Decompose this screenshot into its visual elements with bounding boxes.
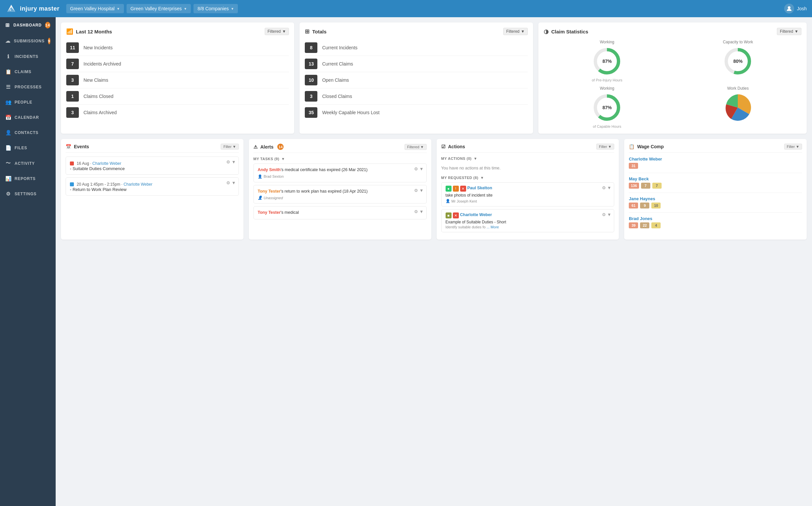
wage-bar-3-2: 4 [651, 223, 661, 228]
events-filter-button[interactable]: Filter ▼ [221, 144, 239, 150]
event-title-1: - Return to Work Plan Review [70, 187, 234, 192]
wage-name-3[interactable]: Brad Jones [629, 216, 802, 221]
stat-label-new-incidents: New Incidents [83, 45, 113, 50]
sidebar-item-claims[interactable]: 📋 CLAIMS [0, 64, 56, 79]
wage-divider-1 [629, 193, 802, 193]
logo-icon: + [5, 3, 17, 15]
alert-person-0[interactable]: Andy Smith [258, 167, 281, 172]
sidebar-item-contacts[interactable]: 👤 CONTACTS [0, 125, 56, 140]
alerts-filter-button[interactable]: Filtered ▼ [405, 144, 427, 150]
action-item-1: ■ ✕ Charlotte Weber Example of Suitable … [441, 209, 615, 232]
wage-bar-1-1: 7 [641, 183, 650, 189]
sidebar-label-submissions: SUBMISSIONS [14, 39, 45, 44]
settings-icon: ⚙ [5, 191, 11, 197]
company1-label: Green Valley Hospital [70, 6, 115, 11]
alert-gear-0[interactable]: ⚙ ▼ [414, 166, 423, 171]
bottom-panels: 📅 Events Filter ▼ 16 Aug · Charlotte Web… [61, 139, 807, 240]
company1-dropdown[interactable]: Green Valley Hospital ▼ [66, 4, 124, 13]
actions-title-text: Actions [448, 144, 465, 149]
totals-filter-button[interactable]: Filtered ▼ [503, 28, 528, 35]
companies-label: 8/8 Companies [197, 6, 228, 11]
action-person-link-0[interactable]: Paul Skelton [467, 186, 492, 192]
companies-dropdown[interactable]: 8/8 Companies ▼ [194, 4, 238, 13]
stat-label-weekly-hours: Weekly Capable Hours Lost [322, 110, 379, 115]
action-icon-orange-0: ! [453, 186, 459, 192]
action-icon-red-0: ✕ [460, 186, 466, 192]
alert-gear-1[interactable]: ⚙ ▼ [414, 188, 423, 193]
sidebar-item-reports[interactable]: 📊 REPORTS [0, 171, 56, 186]
event-person-link-0[interactable]: Charlotte Weber [92, 161, 121, 166]
action-gear-0[interactable]: ⚙ ▼ [602, 185, 611, 190]
alert-person-2[interactable]: Tony Tester [258, 210, 281, 215]
sidebar-label-activity: ACTIVITY [15, 161, 35, 166]
sidebar-item-people[interactable]: 👥 PEOPLE [0, 95, 56, 110]
claim-stats-grid: Working 87% of Pre-Injury Hours Capacit [544, 40, 801, 129]
actions-filter-button[interactable]: Filter ▼ [596, 144, 614, 150]
sidebar-item-calendar[interactable]: 📅 CALENDAR [0, 110, 56, 125]
main-content: 📶 Last 12 Months Filtered ▼ 11 New Incid… [56, 17, 812, 506]
alerts-title-text: Alerts [260, 144, 274, 150]
action-gear-1[interactable]: ⚙ ▼ [602, 212, 611, 217]
action-more-1[interactable]: ... More [487, 225, 499, 229]
my-tasks-label[interactable]: MY TASKS (9) ▼ [254, 157, 427, 161]
sidebar-label-settings: SETTINGS [15, 192, 37, 196]
user-menu[interactable]: Josh [784, 4, 807, 14]
stat-row-claims-closed: 1 Claims Closed [66, 88, 289, 104]
events-header: 📅 Events Filter ▼ [66, 144, 239, 153]
sidebar-item-submissions[interactable]: ☁ SUBMISSIONS 9 [0, 33, 56, 49]
events-title: 📅 Events [66, 144, 89, 149]
claim-stats-filter-label: Filtered [780, 29, 793, 34]
my-actions-label[interactable]: MY ACTIONS (0) ▼ [441, 157, 615, 161]
stat-label-current-incidents: Current Incidents [322, 45, 357, 50]
wage-comp-filter-button[interactable]: Filter ▼ [784, 144, 802, 150]
top-navigation: + injury master Green Valley Hospital ▼ … [0, 0, 812, 17]
stat-label-open-claims: Open Claims [322, 77, 349, 83]
action-desc-1: Example of Suitable Duties - Short [446, 220, 610, 224]
logo[interactable]: + injury master [5, 3, 60, 15]
my-requested-label[interactable]: MY REQUESTED (8) ▼ [441, 176, 615, 180]
wage-name-0[interactable]: Charlotte Weber [629, 157, 802, 162]
wage-name-2[interactable]: Jane Haynes [629, 196, 802, 201]
claim-statistics-panel: ◑ Claim Statistics Filtered ▼ Working [538, 22, 807, 134]
company1-chevron: ▼ [117, 7, 120, 11]
alert-gear-2[interactable]: ⚙ ▼ [414, 209, 423, 214]
donut-working-capable: Working 87% of Capable Hours [544, 86, 671, 129]
stat-label-current-claims: Current Claims [322, 61, 353, 67]
events-filter-label: Filter [223, 145, 231, 149]
event-gear-0[interactable]: ⚙ ▼ [226, 160, 235, 164]
alert-desc-1: 's return to work plan has expired (18 A… [281, 189, 368, 193]
alert-text-2: Tony Tester's medical [258, 210, 422, 216]
sidebar-item-settings[interactable]: ⚙ SETTINGS [0, 186, 56, 201]
last12-filter-button[interactable]: Filtered ▼ [265, 28, 289, 35]
action-person-link-1[interactable]: Charlotte Weber [460, 213, 492, 219]
wage-divider-2 [629, 213, 802, 213]
event-person-link-1[interactable]: Charlotte Weber [124, 182, 152, 187]
sidebar-item-activity[interactable]: 〜 ACTIVITY [0, 156, 56, 171]
claim-stats-filter-button[interactable]: Filtered ▼ [777, 28, 801, 35]
sidebar-item-files[interactable]: 📄 FILES [0, 140, 56, 156]
wage-name-1[interactable]: May Beck [629, 176, 802, 181]
company2-dropdown[interactable]: Green Valley Enterprises ▼ [127, 4, 191, 13]
alert-item-1: Tony Tester's return to work plan has ex… [254, 185, 427, 204]
sidebar-item-processes[interactable]: ☰ PROCESSES [0, 79, 56, 95]
donut2-container: 80% [723, 46, 753, 76]
donut-capacity: Capacity to Work 80% [675, 40, 801, 82]
wage-comp-panel: 📋 Wage Comp Filter ▼ Charlotte Weber 31 [624, 139, 807, 240]
wage-bar-3-0: 39 [629, 223, 638, 228]
event-date-1: 20 Aug 1:45pm - 2:15pm · Charlotte Weber [76, 182, 152, 187]
sidebar-item-incidents[interactable]: ℹ INCIDENTS [0, 49, 56, 64]
pie-work-duties: Work Duties [675, 86, 801, 129]
person-icon-0: 👤 [258, 174, 262, 179]
sidebar-item-dashboard[interactable]: ⊞ DASHBOARD 14 [0, 17, 56, 33]
wage-person-1: May Beck 136 7 7 [629, 176, 802, 189]
event-gear-1[interactable]: ⚙ ▼ [226, 180, 235, 185]
submissions-badge: 9 [48, 38, 50, 45]
sidebar-label-dashboard: DASHBOARD [14, 23, 42, 27]
stat-panels: 📶 Last 12 Months Filtered ▼ 11 New Incid… [61, 22, 807, 134]
action-icon-olive-1: ■ [446, 213, 452, 219]
stat-num-incidents-archived: 7 [66, 59, 79, 69]
stat-num-claims-archived: 3 [66, 107, 79, 118]
calendar-panel-icon: 📅 [66, 144, 71, 149]
alert-person-1[interactable]: Tony Tester [258, 189, 281, 193]
totals-panel-header: ⊞ Totals Filtered ▼ [305, 28, 527, 35]
